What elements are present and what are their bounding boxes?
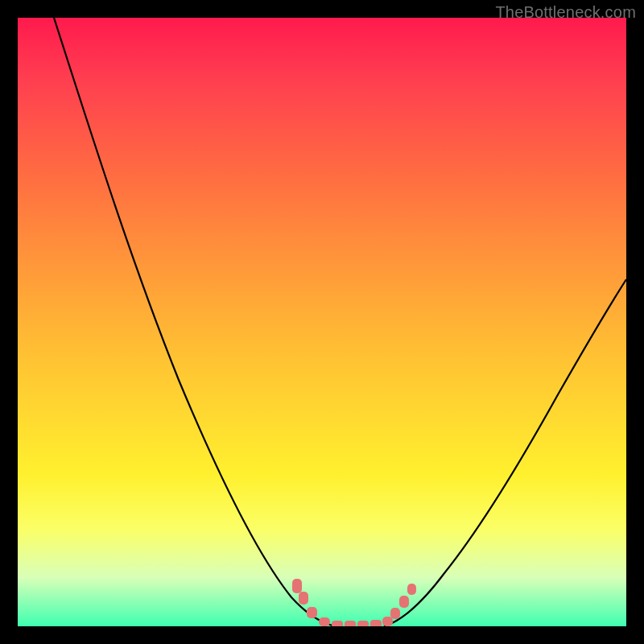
chart-area: [18, 18, 626, 626]
marker-dot: [307, 607, 317, 618]
marker-dot: [357, 621, 369, 626]
left-curve-line: [54, 18, 336, 626]
marker-dot: [332, 621, 343, 626]
chart-svg: [18, 18, 626, 626]
marker-dot: [370, 620, 382, 626]
marker-dot: [407, 584, 416, 595]
marker-dot: [390, 608, 400, 619]
marker-dot: [292, 579, 302, 593]
marker-dot: [319, 617, 330, 626]
marker-dot: [345, 621, 356, 626]
marker-dot: [382, 617, 393, 626]
right-curve-line: [384, 279, 626, 626]
marker-dot: [399, 596, 409, 608]
marker-dot: [299, 592, 308, 605]
watermark-text: TheBottleneck.com: [495, 3, 636, 22]
